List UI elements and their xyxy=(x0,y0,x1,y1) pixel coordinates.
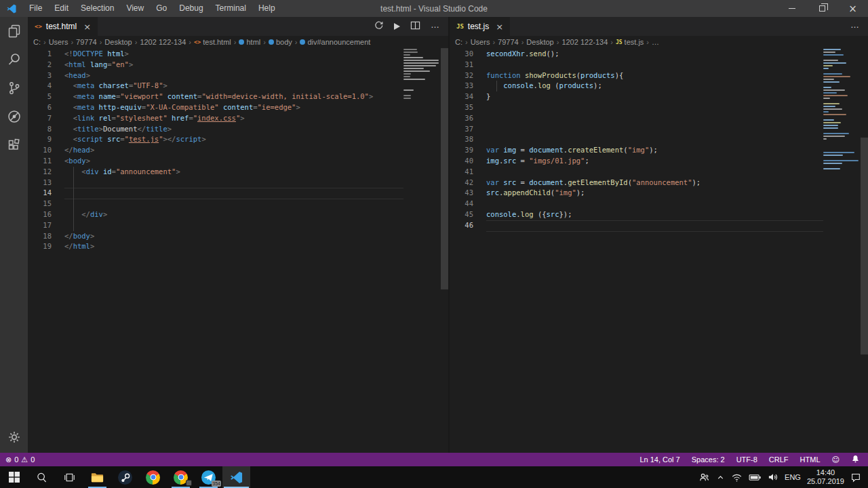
chevron-up-icon[interactable] xyxy=(716,473,725,482)
vscode-taskbar-icon[interactable] xyxy=(222,466,250,488)
volume-icon[interactable] xyxy=(768,472,778,482)
code-line[interactable]: <head> xyxy=(64,70,403,81)
code-line[interactable] xyxy=(486,134,823,145)
breadcrumb-item[interactable]: 79774 xyxy=(498,38,519,46)
feedback-smiley-icon[interactable]: ☺ xyxy=(832,455,840,464)
menu-go[interactable]: Go xyxy=(150,0,173,17)
code-line[interactable]: <title>Document</title> xyxy=(64,124,403,135)
taskbar-clock[interactable]: 14:40 25.07.2019 xyxy=(807,468,844,486)
explorer-icon[interactable] xyxy=(0,17,28,45)
people-icon[interactable] xyxy=(698,472,710,483)
close-window-button[interactable]: × xyxy=(837,0,868,17)
menu-debug[interactable]: Debug xyxy=(173,0,209,17)
tab-close-icon[interactable]: × xyxy=(496,22,503,32)
split-editor-icon[interactable] xyxy=(410,20,420,33)
breadcrumb-item[interactable]: Desktop xyxy=(526,38,553,46)
code-line[interactable]: </body> xyxy=(64,231,403,242)
menu-terminal[interactable]: Terminal xyxy=(210,0,252,17)
restore-button[interactable] xyxy=(807,0,837,17)
eol-sequence[interactable]: CRLF xyxy=(769,455,789,464)
taskbar-search-icon[interactable] xyxy=(28,466,56,488)
action-center-icon[interactable] xyxy=(850,472,861,483)
code-line[interactable] xyxy=(486,199,823,209)
code-line[interactable]: console.log (products); xyxy=(486,81,823,92)
scrollbar-thumb[interactable] xyxy=(861,138,868,354)
breadcrumb-item[interactable]: C: xyxy=(33,38,41,46)
code-line[interactable] xyxy=(64,188,403,199)
warnings-icon[interactable]: ⚠ xyxy=(21,455,28,464)
code-line[interactable]: </html> xyxy=(64,241,403,252)
code-line[interactable]: <meta charset="UTF-8"> xyxy=(64,81,403,92)
code-line[interactable] xyxy=(486,102,823,113)
code-line[interactable]: var src = document.getElementById("annou… xyxy=(486,178,823,188)
menu-help[interactable]: Help xyxy=(252,0,281,17)
extensions-icon[interactable] xyxy=(0,131,28,159)
code-line[interactable]: <html lang="en"> xyxy=(64,60,403,70)
code-line[interactable]: <meta name="viewport" content="width=dev… xyxy=(64,92,403,102)
code-line[interactable] xyxy=(64,199,403,209)
settings-gear-icon[interactable] xyxy=(0,423,28,451)
breadcrumb-item[interactable]: C: xyxy=(455,38,462,46)
code-line[interactable] xyxy=(486,60,823,70)
code-line[interactable]: <!DOCTYPE html> xyxy=(64,49,403,60)
source-control-icon[interactable] xyxy=(0,74,28,102)
breadcrumb-item[interactable]: Desktop xyxy=(104,38,132,46)
editor-js[interactable]: 3031323334353637383940414243444546 secon… xyxy=(450,48,868,453)
chrome-icon[interactable] xyxy=(139,466,167,488)
code-line[interactable]: img.src = "imgs/01.jpg"; xyxy=(486,156,823,167)
code-line[interactable]: </head> xyxy=(64,145,403,156)
code-line[interactable]: <meta http-equiv="X-UA-Compatible" conte… xyxy=(64,102,403,113)
more-actions-icon[interactable]: … xyxy=(431,20,440,30)
indentation[interactable]: Spaces: 2 xyxy=(692,455,725,464)
telegram-icon[interactable]: 354 xyxy=(195,466,222,488)
breadcrumb-item[interactable]: … xyxy=(652,38,659,46)
code-line[interactable]: </div> xyxy=(64,209,403,220)
code-line[interactable]: console.log ({src}); xyxy=(486,209,823,220)
code-line[interactable]: secondXhr.send(); xyxy=(486,49,823,60)
battery-icon[interactable] xyxy=(749,473,762,482)
breadcrumb-item[interactable]: Users xyxy=(471,38,490,46)
debug-icon[interactable] xyxy=(0,102,28,131)
encoding[interactable]: UTF-8 xyxy=(736,455,757,464)
wifi-icon[interactable] xyxy=(731,472,743,483)
code-line[interactable] xyxy=(64,178,403,188)
minimap[interactable] xyxy=(823,49,861,174)
task-view-icon[interactable] xyxy=(56,466,83,488)
breadcrumb-item[interactable]: body xyxy=(269,38,292,46)
errors-icon[interactable]: ⊗ xyxy=(5,455,12,464)
code-line[interactable]: <script src="test.js"></script> xyxy=(64,134,403,145)
breadcrumb-item[interactable]: Users xyxy=(49,38,68,46)
code-line[interactable]: var img = document.createElement("img"); xyxy=(486,145,823,156)
code-line[interactable] xyxy=(486,113,823,124)
editor-html[interactable]: 12345678910111213141516171819 <!DOCTYPE … xyxy=(28,48,448,453)
scrollbar-thumb[interactable] xyxy=(441,48,448,289)
menu-file[interactable]: File xyxy=(23,0,48,17)
search-icon[interactable] xyxy=(0,45,28,74)
notifications-bell-icon[interactable] xyxy=(851,454,860,465)
open-changes-icon[interactable] xyxy=(374,20,384,33)
menu-edit[interactable]: Edit xyxy=(48,0,75,17)
code-content[interactable]: <!DOCTYPE html><html lang="en"><head> <m… xyxy=(64,49,403,252)
code-line[interactable]: <link rel="stylesheet" href="index.css"> xyxy=(64,113,403,124)
code-line[interactable]: } xyxy=(486,92,823,102)
breadcrumb-item[interactable]: 1202 122-134 xyxy=(561,38,608,46)
minimize-button[interactable] xyxy=(776,0,807,17)
breadcrumb-item[interactable]: <>test.html xyxy=(194,38,231,46)
steam-icon[interactable] xyxy=(111,466,139,488)
code-line[interactable]: src.appendChild("img"); xyxy=(486,188,823,199)
chrome-2-icon[interactable] xyxy=(167,466,195,488)
minimap[interactable] xyxy=(403,49,441,100)
start-button[interactable] xyxy=(0,466,28,488)
cursor-position[interactable]: Ln 14, Col 7 xyxy=(639,455,679,464)
breadcrumb-item[interactable]: 79774 xyxy=(76,38,97,46)
warnings-count[interactable]: 0 xyxy=(31,455,35,464)
code-line[interactable]: <div id="announcement"> xyxy=(64,167,403,178)
more-actions-icon[interactable]: … xyxy=(850,20,860,30)
code-line[interactable] xyxy=(486,124,823,135)
code-line[interactable] xyxy=(486,167,823,178)
tab-close-icon[interactable]: × xyxy=(83,22,91,32)
errors-count[interactable]: 0 xyxy=(14,455,18,464)
menu-selection[interactable]: Selection xyxy=(75,0,120,17)
code-line[interactable]: function showProducts(products){ xyxy=(486,70,823,81)
code-line[interactable] xyxy=(64,220,403,231)
